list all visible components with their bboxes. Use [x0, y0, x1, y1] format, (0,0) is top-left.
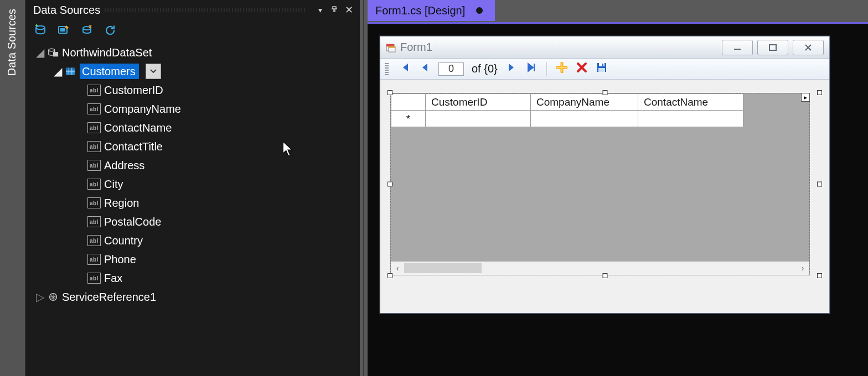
- tree-item-dataset[interactable]: ◢ NorthwindDataSet: [30, 43, 356, 62]
- resize-handle[interactable]: [602, 90, 607, 95]
- tree-item-label-selected: Customers: [80, 64, 139, 79]
- cell[interactable]: [638, 111, 743, 127]
- svg-point-4: [49, 49, 55, 51]
- resize-handle[interactable]: [817, 273, 822, 278]
- tree-item-field[interactable]: ablAddress: [30, 156, 356, 175]
- edit-dataset-icon[interactable]: [56, 23, 71, 38]
- tree-item-field[interactable]: ablCustomerID: [30, 81, 356, 100]
- tree-item-label: City: [104, 178, 123, 191]
- delete-button[interactable]: [576, 62, 588, 76]
- designer-surface: Form1: [368, 22, 868, 376]
- textfield-icon: abl: [87, 197, 101, 208]
- tree-item-field[interactable]: ablCompanyName: [30, 100, 356, 118]
- scroll-right-icon[interactable]: ›: [796, 264, 809, 273]
- resize-handle[interactable]: [388, 273, 392, 278]
- maximize-button[interactable]: [757, 40, 788, 55]
- datagrid-header-row: CustomerID CompanyName ContactName: [391, 94, 743, 111]
- toolbar-grip-icon[interactable]: [385, 63, 389, 75]
- svg-rect-2: [60, 28, 65, 32]
- svg-rect-13: [769, 45, 776, 50]
- refresh-icon[interactable]: [103, 23, 117, 38]
- column-header[interactable]: CustomerID: [426, 94, 531, 111]
- data-sources-panel: Data Sources ▾ ✕: [25, 0, 360, 376]
- splitter[interactable]: [360, 0, 368, 376]
- svg-rect-7: [66, 68, 75, 70]
- tree-item-field[interactable]: ablFax: [30, 269, 356, 288]
- cell[interactable]: [426, 111, 531, 127]
- tree-item-field[interactable]: ablContactName: [30, 118, 356, 137]
- svg-rect-5: [53, 52, 58, 56]
- tree-item-field[interactable]: ablContactTitle: [30, 137, 356, 156]
- textfield-icon: abl: [87, 254, 101, 265]
- winform[interactable]: Form1: [380, 36, 830, 314]
- smart-tag-icon[interactable]: ▸: [801, 93, 810, 102]
- textfield-icon: abl: [87, 179, 101, 190]
- scroll-thumb[interactable]: [404, 263, 482, 273]
- column-header[interactable]: CompanyName: [531, 94, 638, 111]
- document-area: Form1.cs [Design] Form1: [368, 0, 868, 376]
- tree-item-field[interactable]: ablCountry: [30, 231, 356, 250]
- textfield-icon: abl: [87, 216, 101, 227]
- save-button[interactable]: [596, 62, 608, 76]
- tree-item-label: Phone: [104, 253, 136, 266]
- tree-item-service[interactable]: ▷ ServiceReference1: [30, 288, 356, 306]
- scroll-left-icon[interactable]: ‹: [391, 264, 404, 273]
- data-sources-vertical-tab[interactable]: Data Sources: [6, 9, 18, 76]
- textfield-icon: abl: [87, 160, 101, 171]
- close-button[interactable]: [793, 40, 824, 55]
- panel-title: Data Sources: [33, 4, 100, 17]
- panel-toolbar: [25, 20, 360, 41]
- textfield-icon: abl: [87, 235, 101, 246]
- datagrid-newrow[interactable]: *: [391, 111, 743, 127]
- textfield-icon: abl: [87, 103, 101, 114]
- move-next-button[interactable]: [505, 62, 518, 75]
- drop-type-button[interactable]: [146, 64, 161, 79]
- resize-handle[interactable]: [817, 182, 822, 187]
- cell[interactable]: [531, 111, 638, 127]
- tree-item-field[interactable]: ablCity: [30, 175, 356, 194]
- column-header[interactable]: ContactName: [638, 94, 743, 111]
- horizontal-scrollbar[interactable]: ‹ ›: [391, 262, 809, 275]
- tree-item-label: ServiceReference1: [62, 291, 156, 304]
- minimize-button[interactable]: [722, 40, 753, 55]
- tree-item-field[interactable]: ablPostalCode: [30, 212, 356, 231]
- move-first-button[interactable]: [399, 62, 411, 75]
- config-wizard-icon[interactable]: [80, 23, 94, 38]
- pin-icon[interactable]: [329, 6, 340, 15]
- service-ref-icon: [48, 291, 59, 302]
- document-tab-label: Form1.cs [Design]: [375, 4, 465, 17]
- resize-handle[interactable]: [388, 90, 392, 95]
- tree-item-label: Country: [104, 234, 143, 247]
- resize-handle[interactable]: [817, 90, 822, 95]
- close-icon[interactable]: ✕: [343, 4, 354, 16]
- caret-collapsed-icon[interactable]: ▷: [35, 290, 44, 304]
- move-prev-button[interactable]: [418, 62, 431, 75]
- move-last-button[interactable]: [525, 62, 538, 75]
- tree-item-table[interactable]: ◢ Customers: [30, 62, 356, 81]
- svg-point-0: [36, 26, 45, 29]
- resize-handle[interactable]: [388, 182, 392, 187]
- tree-item-label: CustomerID: [104, 84, 163, 97]
- textfield-icon: abl: [87, 141, 101, 152]
- add-data-source-icon[interactable]: [33, 23, 48, 38]
- window-dropdown-icon[interactable]: ▾: [314, 6, 326, 14]
- svg-rect-15: [599, 63, 604, 66]
- unsaved-dot-icon: [476, 7, 483, 14]
- tree-item-field[interactable]: ablRegion: [30, 194, 356, 212]
- caret-expanded-icon[interactable]: ◢: [35, 46, 44, 59]
- tab-strip: Form1.cs [Design]: [368, 0, 868, 21]
- tree-item-label: NorthwindDataSet: [62, 46, 152, 59]
- binding-navigator: of {0}: [380, 59, 829, 80]
- datagridview[interactable]: ▸ CustomerID CompanyName ContactName: [390, 93, 810, 275]
- add-new-button[interactable]: [556, 62, 568, 76]
- caret-expanded-icon[interactable]: ◢: [53, 65, 62, 78]
- resize-handle[interactable]: [602, 273, 607, 278]
- tree-item-label: ContactName: [104, 122, 172, 134]
- position-input[interactable]: [438, 62, 464, 76]
- winform-title: Form1: [400, 41, 432, 54]
- winform-titlebar: Form1: [380, 36, 829, 59]
- textfield-icon: abl: [87, 273, 101, 284]
- tree-item-field[interactable]: ablPhone: [30, 250, 356, 269]
- row-header-corner[interactable]: [391, 94, 426, 111]
- document-tab[interactable]: Form1.cs [Design]: [368, 0, 495, 21]
